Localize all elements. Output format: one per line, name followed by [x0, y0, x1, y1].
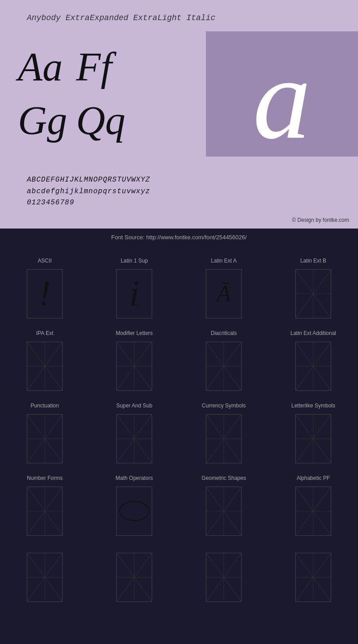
- glyph-box-r5c2: [116, 553, 152, 602]
- glyph-box-r5c4: [295, 553, 331, 602]
- letter-Qq: Qq: [76, 94, 148, 148]
- glyph-row-2: IPA Ext Modifier Letters: [0, 323, 358, 395]
- glyph-box-latin1sup: i: [116, 269, 152, 318]
- glyph-box-r5c3: [206, 553, 242, 602]
- glyph-box-currency: [206, 414, 242, 463]
- glyph-grid-container: ASCII ! Latin 1 Sup i Latin Ext A Ā Lati…: [0, 246, 358, 615]
- letter-Aa: Aa: [18, 40, 76, 94]
- glyph-box-r5c1: [27, 553, 63, 602]
- glyph-box-alphabeticpf: [295, 487, 331, 536]
- glyph-box-diacriticals: [206, 342, 242, 391]
- glyph-cell-letterlike: Letterlike Symbols: [268, 395, 358, 468]
- alphabet-lower: abcdefghijklmnopqrstuvwxyz: [27, 186, 331, 198]
- glyph-box-mathoperators: [116, 487, 152, 536]
- glyph-box-latinextadd: [295, 342, 331, 391]
- font-title: Anybody ExtraExpanded ExtraLight Italic: [0, 9, 358, 31]
- glyph-label-currency: Currency Symbols: [202, 402, 246, 409]
- xlines-svg-geoshapes: [206, 487, 241, 535]
- glyph-label-punctuation: Punctuation: [30, 402, 59, 409]
- letter-showcase: Aa Ff Gg Qq a: [0, 31, 358, 157]
- glyph-box-ascii: !: [27, 269, 63, 318]
- glyph-row-5: [0, 540, 358, 606]
- glyph-box-latinexta: Ā: [206, 269, 242, 318]
- glyph-row-3: Punctuation Super And Sub: [0, 395, 358, 468]
- xlines-svg-latinextadd: [296, 342, 331, 390]
- glyph-char-oval: [119, 501, 149, 521]
- glyph-label-diacriticals: Diacriticals: [211, 330, 237, 336]
- glyph-cell-r5c4: [268, 540, 358, 606]
- xlines-svg-r5c3: [206, 553, 241, 602]
- glyph-box-numberforms: [27, 487, 63, 536]
- letter-Ff: Ff: [76, 40, 148, 94]
- xlines-svg-letterlike: [296, 415, 331, 463]
- xlines-svg-punctuation: [27, 415, 62, 463]
- glyph-label-modletters: Modifier Letters: [116, 330, 153, 336]
- glyph-cell-superandsub: Super And Sub: [90, 395, 179, 468]
- digits: 0123456789: [27, 197, 331, 209]
- glyph-cell-currency: Currency Symbols: [179, 395, 268, 468]
- glyph-label-superandsub: Super And Sub: [116, 402, 153, 409]
- glyph-row-1: ASCII ! Latin 1 Sup i Latin Ext A Ā Lati…: [0, 250, 358, 323]
- xlines-svg-r5c4: [296, 553, 331, 602]
- glyph-cell-numberforms: Number Forms: [0, 468, 90, 540]
- glyph-label-geoshapes: Geometric Shapes: [201, 475, 246, 481]
- glyph-box-superandsub: [116, 414, 152, 463]
- glyph-label-ascii: ASCII: [38, 258, 51, 264]
- xlines-svg-r5c1: [27, 553, 62, 602]
- xlines-svg-superandsub: [117, 415, 152, 463]
- glyph-char-Abar: Ā: [217, 280, 231, 307]
- xlines-svg-r5c2: [117, 553, 152, 602]
- glyph-label-latin1sup: Latin 1 Sup: [121, 258, 148, 264]
- glyph-box-modletters: [116, 342, 152, 391]
- glyph-cell-latinextadd: Latin Ext Additional: [268, 323, 358, 395]
- copyright: © Design by fontke.com: [0, 213, 358, 229]
- xlines-svg-numberforms: [27, 487, 62, 535]
- glyph-cell-latinextb: Latin Ext B: [268, 250, 358, 323]
- glyph-cell-modletters: Modifier Letters: [90, 323, 179, 395]
- glyph-box-letterlike: [295, 414, 331, 463]
- glyph-cell-alphabeticpf: Alphabetic PF: [268, 468, 358, 540]
- glyph-label-letterlike: Letterlike Symbols: [291, 402, 335, 409]
- xlines-svg: [296, 270, 331, 318]
- glyph-label-numberforms: Number Forms: [27, 475, 63, 481]
- glyph-label-ipaext: IPA Ext: [36, 330, 53, 336]
- glyph-cell-punctuation: Punctuation: [0, 395, 90, 468]
- big-letter-container: a: [206, 31, 358, 157]
- glyph-cell-latin1sup: Latin 1 Sup i: [90, 250, 179, 323]
- alphabet-upper: ABCDEFGHIJKLMNOPQRSTUVWXYZ: [27, 174, 331, 186]
- glyph-cell-r5c1: [0, 540, 90, 606]
- glyph-box-punctuation: [27, 414, 63, 463]
- glyph-label-latinexta: Latin Ext A: [211, 258, 236, 264]
- glyph-cell-ascii: ASCII !: [0, 250, 90, 323]
- glyph-char-i: i: [129, 273, 139, 314]
- font-source-bar: Font Source: http://www.fontke.com/font/…: [0, 229, 358, 246]
- xlines-svg-diacriticals: [206, 342, 241, 390]
- glyph-cell-r5c2: [90, 540, 179, 606]
- big-letter: a: [253, 40, 311, 157]
- glyph-box-geoshapes: [206, 487, 242, 536]
- glyph-cell-mathoperators: Math Operators: [90, 468, 179, 540]
- xlines-svg-currency: [206, 415, 241, 463]
- letter-grid: Aa Ff Gg Qq: [18, 40, 148, 148]
- xlines-svg-alphabeticpf: [296, 487, 331, 535]
- glyph-char-exclaim: !: [39, 273, 51, 314]
- font-preview-section: Anybody ExtraExpanded ExtraLight Italic …: [0, 0, 358, 229]
- glyph-cell-geoshapes: Geometric Shapes: [179, 468, 268, 540]
- glyph-cell-diacriticals: Diacriticals: [179, 323, 268, 395]
- glyph-label-latinextb: Latin Ext B: [300, 258, 326, 264]
- glyph-row-4: Number Forms Math Operators Geometric Sh…: [0, 468, 358, 540]
- xlines-svg-modletters: [117, 342, 152, 390]
- glyph-cell-ipaext: IPA Ext: [0, 323, 90, 395]
- glyph-cell-r5c3: [179, 540, 268, 606]
- glyph-label-latinextadd: Latin Ext Additional: [290, 330, 336, 336]
- glyph-label-alphabeticpf: Alphabetic PF: [297, 475, 330, 481]
- glyph-box-ipaext: [27, 342, 63, 391]
- glyph-box-latinextb: [295, 269, 331, 318]
- xlines-svg-ipaext: [27, 342, 62, 390]
- letter-Gg: Gg: [18, 94, 76, 148]
- glyph-cell-latinexta: Latin Ext A Ā: [179, 250, 268, 323]
- alphabet-section: ABCDEFGHIJKLMNOPQRSTUVWXYZ abcdefghijklm…: [0, 157, 358, 213]
- glyph-label-mathoperators: Math Operators: [115, 475, 153, 481]
